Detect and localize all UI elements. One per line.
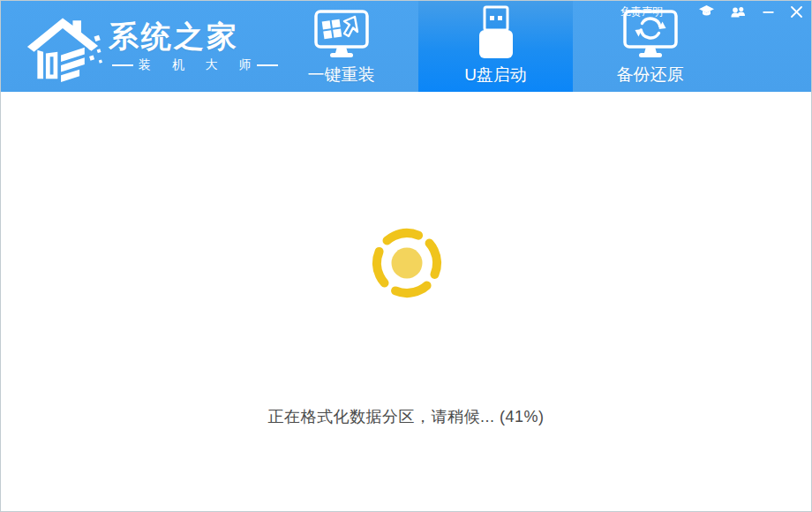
minimize-icon[interactable] — [763, 4, 774, 19]
tab-usb-boot[interactable]: U盘启动 — [418, 1, 573, 92]
app-window: 系统之家 装 机 大 师 — [0, 0, 812, 512]
monitor-windows-cursor-icon — [313, 9, 370, 60]
subtitle-left-dash — [112, 64, 133, 66]
close-icon[interactable] — [791, 4, 802, 19]
status-text: 正在格式化数据分区，请稍候... (41%) — [1, 406, 811, 427]
users-icon[interactable] — [731, 4, 746, 19]
brand: 系统之家 装 机 大 师 — [20, 8, 278, 82]
brand-text: 系统之家 装 机 大 师 — [109, 17, 278, 73]
app-subtitle: 装 机 大 师 — [109, 57, 278, 73]
usb-drive-icon — [476, 5, 516, 60]
app-subtitle-label: 装 机 大 师 — [139, 57, 260, 73]
loading-spinner-icon — [365, 221, 449, 305]
graduation-cap-icon[interactable] — [699, 4, 714, 19]
app-header: 系统之家 装 机 大 师 — [1, 1, 811, 92]
tab-label-backup-restore: 备份还原 — [617, 66, 684, 84]
app-title: 系统之家 — [109, 17, 278, 56]
titlebar-controls: 免责声明 — [620, 4, 802, 19]
tab-label-one-key-reinstall: 一键重装 — [308, 66, 375, 84]
disclaimer-link[interactable]: 免责声明 — [620, 4, 663, 19]
main-content: 正在格式化数据分区，请稍候... (41%) — [1, 92, 811, 511]
tab-one-key-reinstall[interactable]: 一键重装 — [264, 1, 418, 92]
house-logo-icon — [20, 8, 105, 82]
tab-label-usb-boot: U盘启动 — [464, 66, 527, 84]
